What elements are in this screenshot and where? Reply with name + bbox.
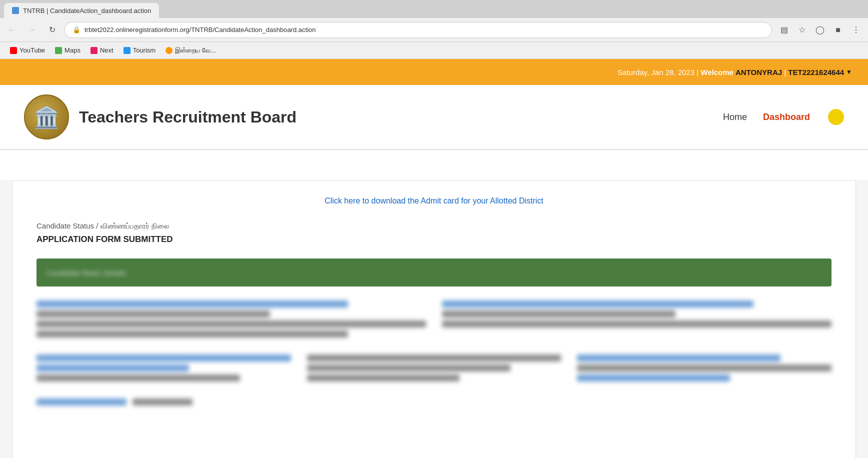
blurred-line: [442, 320, 832, 328]
page-content: Saturday, Jan 28, 2023 | Welcome ANTONYR…: [0, 59, 868, 458]
blurred-line: [577, 374, 730, 382]
blurred-row-2: [36, 354, 832, 384]
content-card: Click here to download the Admit card fo…: [12, 180, 856, 458]
logo-section: 🏛️ Teachers Recruitment Board: [24, 94, 296, 140]
blurred-cell-2: [442, 300, 832, 340]
org-title: Teachers Recruitment Board: [79, 108, 296, 126]
bookmark-tourism-label: Tourism: [133, 46, 156, 54]
youtube-favicon: [10, 47, 17, 54]
blurred-row-3: [36, 398, 832, 408]
browser-tabs: TNTRB | CandidateAction_dashboard.action: [0, 0, 868, 18]
tab-title: TNTRB | CandidateAction_dashboard.action: [23, 7, 151, 14]
lock-icon: 🔒: [72, 26, 80, 34]
blurred-line: [307, 354, 562, 362]
blurred-line: [36, 320, 426, 328]
main-nav: Home Dashboard: [723, 109, 844, 125]
blurred-line: [307, 364, 510, 372]
blurred-line: [132, 398, 192, 406]
blurred-line: [36, 374, 240, 382]
green-banner-text: Candidate Basic Details: [46, 268, 126, 277]
blurred-line: [36, 398, 126, 406]
blurred-line: [307, 374, 460, 382]
breadcrumb: Candidate Status / விண்ணப்பதாரர் நிலை: [36, 222, 832, 230]
profile-button[interactable]: ◯: [812, 22, 828, 38]
blurred-cell-4: [307, 354, 562, 384]
bookmark-maps[interactable]: Maps: [51, 44, 84, 56]
top-bar: Saturday, Jan 28, 2023 | Welcome ANTONYR…: [0, 59, 868, 85]
reload-button[interactable]: ↻: [44, 22, 60, 38]
blurred-line: [442, 300, 754, 308]
maps-favicon-icon: [55, 47, 62, 54]
org-logo: 🏛️: [24, 94, 69, 140]
green-banner: Candidate Basic Details: [36, 258, 832, 286]
toolbar-icons: ▤ ☆ ◯ ■ ⋮: [776, 22, 864, 38]
blurred-line: [577, 364, 832, 372]
tourism-favicon-icon: [124, 47, 130, 54]
nav-dashboard[interactable]: Dashboard: [763, 112, 810, 122]
bookmarks-bar: YouTube Maps Next Tourism இன்றைய வே...: [0, 42, 868, 59]
bookmark-trb-label: இன்றைய வே...: [175, 46, 216, 54]
browser-tab-active[interactable]: TNTRB | CandidateAction_dashboard.action: [4, 3, 159, 18]
blurred-line: [577, 354, 780, 362]
next-favicon-icon: [90, 47, 98, 54]
browser-chrome: TNTRB | CandidateAction_dashboard.action…: [0, 0, 868, 59]
separator-1: |: [694, 68, 700, 76]
menu-button[interactable]: ⋮: [848, 22, 864, 38]
blurred-line: [36, 354, 291, 362]
bookmark-next[interactable]: Next: [86, 44, 118, 56]
address-bar[interactable]: 🔒 trbtet2022.onlineregistrationform.org/…: [64, 22, 772, 38]
cast-button[interactable]: ▤: [776, 22, 792, 38]
trb-favicon-icon: [166, 47, 172, 54]
blurred-cell-3: [36, 354, 291, 384]
admit-card-link[interactable]: Click here to download the Admit card fo…: [324, 196, 544, 205]
blurred-line: [36, 330, 348, 338]
bookmark-tourism[interactable]: Tourism: [120, 44, 160, 56]
nav-home[interactable]: Home: [723, 112, 747, 122]
cursor-indicator: [828, 109, 844, 125]
date-text: Saturday, Jan 28, 2023: [618, 68, 694, 76]
bookmark-maps-label: Maps: [64, 46, 80, 54]
blurred-line: [36, 310, 270, 318]
welcome-label: Welcome: [700, 68, 734, 76]
blurred-line: [442, 310, 676, 318]
blurred-line: [36, 364, 189, 372]
browser-toolbar: ← → ↻ 🔒 trbtet2022.onlineregistrationfor…: [0, 18, 868, 42]
forward-button[interactable]: →: [24, 22, 40, 38]
blurred-line: [36, 300, 348, 308]
bookmark-youtube[interactable]: YouTube: [6, 44, 49, 56]
blurred-row-1: [36, 300, 832, 340]
bookmark-youtube-label: YouTube: [20, 46, 45, 54]
main-header: 🏛️ Teachers Recruitment Board Home Dashb…: [0, 85, 868, 150]
back-button[interactable]: ←: [4, 22, 20, 38]
tet-id-text: TET2221624644: [788, 68, 844, 76]
url-text: trbtet2022.onlineregistrationform.org/TN…: [84, 26, 316, 34]
admit-card-section: Click here to download the Admit card fo…: [36, 196, 832, 206]
bookmark-next-label: Next: [100, 46, 114, 54]
separator-2: |: [782, 68, 788, 76]
blurred-cell-5: [577, 354, 832, 384]
logo-icon: 🏛️: [34, 105, 60, 130]
bookmark-trb[interactable]: இன்றைய வே...: [162, 44, 220, 56]
blurred-cell-1: [36, 300, 426, 340]
dropdown-arrow-icon[interactable]: ▼: [846, 68, 852, 76]
username-text: ANTONYRAJ: [736, 68, 782, 76]
application-status: APPLICATION FORM SUBMITTED: [36, 234, 832, 244]
white-gap: [0, 150, 868, 180]
star-button[interactable]: ☆: [794, 22, 810, 38]
tab-favicon: [12, 7, 19, 14]
extensions-button[interactable]: ■: [830, 22, 846, 38]
